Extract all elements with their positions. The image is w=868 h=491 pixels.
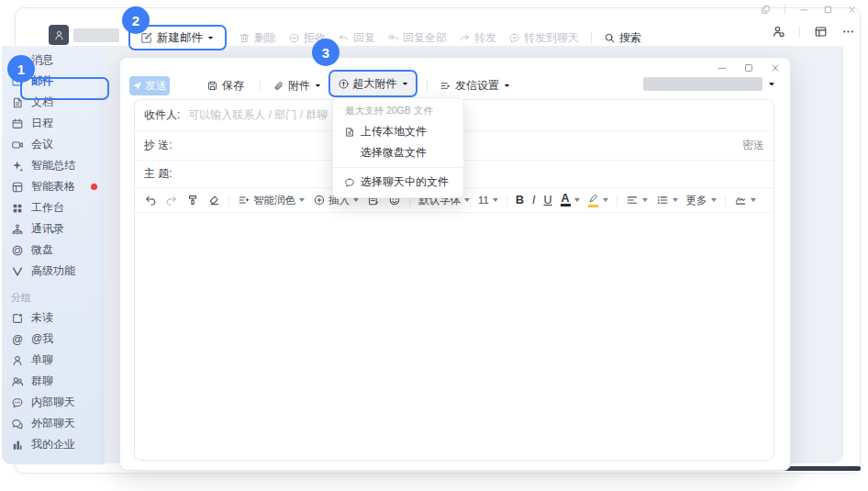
reply-all-button[interactable]: 回复全部 <box>387 30 447 46</box>
maximize-icon[interactable] <box>743 62 754 73</box>
menu-item-chat-file[interactable]: 选择聊天中的文件 <box>333 172 463 193</box>
highlight-button[interactable] <box>588 193 608 207</box>
forward-chat-icon <box>508 32 520 44</box>
account-chevron-icon[interactable] <box>767 80 776 89</box>
bar-chart-icon <box>11 439 24 452</box>
add-contact-icon[interactable] <box>772 25 785 39</box>
minimize-icon[interactable] <box>717 62 728 73</box>
sidebar-item-my-company[interactable]: 我的企业 <box>2 434 105 455</box>
delete-button[interactable]: 删除 <box>239 30 276 46</box>
reply-icon <box>338 32 350 44</box>
unread-icon <box>11 312 24 325</box>
sidebar-item-unread[interactable]: 未读 <box>2 307 105 329</box>
save-icon <box>206 80 218 92</box>
sidebar-item-wedrive[interactable]: 微盘 <box>2 240 105 261</box>
org-tree-icon <box>11 223 24 236</box>
divider <box>799 27 800 38</box>
send-settings-button[interactable]: 发信设置 <box>440 76 511 95</box>
reply-button[interactable]: 回复 <box>338 30 375 46</box>
bubble-dots-icon <box>11 396 24 409</box>
more-format-button[interactable]: 更多 <box>686 194 717 207</box>
disc-icon <box>11 244 24 257</box>
list-button[interactable] <box>656 194 678 206</box>
layout-panel-icon[interactable] <box>814 25 828 39</box>
divider <box>725 195 726 206</box>
undo-icon[interactable] <box>144 194 157 206</box>
save-button[interactable]: 保存 <box>206 76 244 95</box>
minimize-icon[interactable] <box>799 5 809 15</box>
format-painter-icon[interactable] <box>186 194 199 206</box>
attachment-button[interactable]: 附件 <box>273 76 322 95</box>
step-badge-1: 1 <box>7 55 35 83</box>
table-icon <box>11 181 24 194</box>
reply-all-icon <box>387 32 399 44</box>
bold-button[interactable]: B <box>516 194 524 206</box>
sidebar-item-meetings[interactable]: 会议 <box>2 134 105 155</box>
caret-down-icon <box>353 198 359 202</box>
chat-bubble-icon <box>344 177 355 188</box>
forward-label: 转发 <box>474 30 496 46</box>
align-button[interactable] <box>626 194 648 206</box>
subject-label: 主 题: <box>144 166 172 182</box>
clear-format-icon[interactable] <box>207 194 220 206</box>
bcc-toggle[interactable]: 密送 <box>742 138 764 153</box>
close-icon[interactable] <box>847 5 857 15</box>
sidebar-item-smart-table[interactable]: 智能表格 <box>2 176 105 197</box>
sidebar-item-at-me[interactable]: @ @我 <box>2 329 105 350</box>
divider <box>427 79 428 92</box>
large-attachment-label: 超大附件 <box>353 76 397 92</box>
compose-editor[interactable] <box>135 213 773 460</box>
smart-polish-button[interactable]: 智能润色 <box>238 194 305 207</box>
caret-down-icon <box>711 198 717 202</box>
menu-item-wedrive-file[interactable]: 选择微盘文件 <box>333 142 463 163</box>
close-icon[interactable] <box>770 62 781 73</box>
sidebar-item-single-chat[interactable]: 单聊 <box>2 350 105 371</box>
caret-down-icon <box>574 198 580 202</box>
sidebar-item-workbench[interactable]: 工作台 <box>2 197 105 218</box>
chevron-down-icon <box>503 82 511 90</box>
font-color-button[interactable]: A <box>561 194 580 206</box>
sidebar-item-contacts[interactable]: 通讯录 <box>2 218 105 240</box>
underline-button[interactable]: U <box>543 194 551 206</box>
grid-icon <box>11 202 24 215</box>
sidebar-item-advanced[interactable]: 高级功能 <box>2 261 105 282</box>
maximize-icon[interactable] <box>823 5 833 15</box>
double-bubble-icon <box>11 418 24 430</box>
screenshot-stage: 新建邮件 删除 拒收 回复 回复全部 转发 转发到聊天 <box>0 0 868 491</box>
reply-all-label: 回复全部 <box>403 30 447 46</box>
signature-button[interactable] <box>734 194 756 206</box>
sidebar-item-internal-chat[interactable]: 内部聊天 <box>2 392 105 413</box>
reply-label: 回复 <box>353 30 375 46</box>
font-size-select[interactable]: 11 <box>478 195 498 206</box>
send-settings-label: 发信设置 <box>455 78 499 94</box>
chevron-down-icon <box>206 34 215 42</box>
avatar[interactable] <box>49 25 69 45</box>
mail-toolbar: 删除 拒收 回复 回复全部 转发 转发到聊天 搜索 <box>239 25 641 50</box>
sidebar-item-external-chat[interactable]: 外部聊天 <box>2 413 105 434</box>
forward-button[interactable]: 转发 <box>459 30 496 46</box>
sidebar-item-schedule[interactable]: 日程 <box>2 113 105 134</box>
more-icon[interactable] <box>841 25 855 39</box>
big-attachment-icon <box>338 78 350 90</box>
search-button[interactable]: 搜索 <box>604 30 641 46</box>
attachment-label: 附件 <box>288 78 310 94</box>
forward-to-chat-button[interactable]: 转发到聊天 <box>508 30 579 46</box>
plus-circle-icon <box>313 194 326 206</box>
new-mail-label: 新建邮件 <box>157 30 203 46</box>
large-attachment-button[interactable]: 超大附件 <box>328 70 417 97</box>
from-account-redacted[interactable] <box>643 77 762 91</box>
redo-icon[interactable] <box>165 194 178 206</box>
annotation-box-mail <box>20 77 109 100</box>
user-name-redacted <box>73 28 119 42</box>
caret-down-icon <box>464 198 470 202</box>
sidebar-item-smart-summary[interactable]: 智能总结 <box>2 155 105 176</box>
paperclip-icon <box>273 80 284 92</box>
italic-button[interactable]: I <box>532 194 535 206</box>
menu-item-upload-local[interactable]: 上传本地文件 <box>333 121 463 142</box>
large-attachment-dropdown: 最大支持 20GB 文件 上传本地文件 选择微盘文件 选择聊天中的文件 <box>332 97 464 198</box>
divider <box>260 79 261 92</box>
sidebar-item-group-chat[interactable]: 群聊 <box>2 371 105 392</box>
divider <box>617 195 618 206</box>
send-button[interactable]: 发送 <box>129 76 170 95</box>
popout-icon[interactable] <box>761 5 771 15</box>
